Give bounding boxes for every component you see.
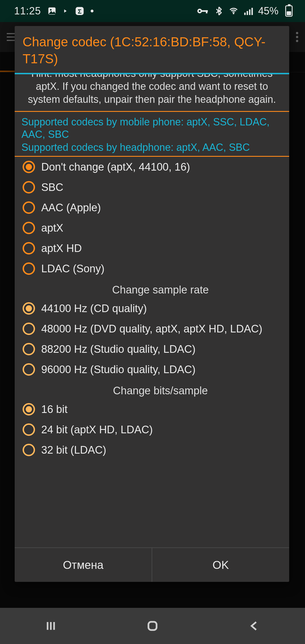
vpn-key-icon — [197, 6, 209, 16]
sample-rate-radio-group: 44100 Hz (CD quality)48000 Hz (DVD quali… — [21, 298, 282, 380]
svg-rect-12 — [251, 8, 253, 15]
radio-icon — [23, 262, 35, 275]
codec-label: LDAC (Sony) — [41, 262, 104, 275]
radio-icon — [23, 302, 35, 315]
codec-label: aptX HD — [41, 242, 82, 254]
radio-icon — [23, 423, 35, 436]
supported-headphone-codecs: Supported codecs by headphone: aptX, AAC… — [21, 141, 282, 156]
svg-rect-10 — [247, 11, 248, 15]
cancel-button[interactable]: Отмена — [15, 548, 152, 582]
ok-button[interactable]: OK — [152, 548, 289, 582]
svg-text:Σ: Σ — [78, 8, 82, 15]
svg-rect-11 — [249, 9, 250, 15]
supported-phone-codecs: Supported codecs by mobile phone: aptX, … — [21, 112, 282, 141]
sample-rate-option[interactable]: 88200 Hz (Studio quality, LDAC) — [21, 339, 282, 359]
sample-rate-label: 88200 Hz (Studio quality, LDAC) — [41, 343, 195, 355]
codec-option[interactable]: AAC (Apple) — [21, 197, 282, 218]
codec-option[interactable]: Don't change (aptX, 44100, 16) — [21, 157, 282, 177]
radio-icon — [23, 222, 35, 234]
radio-icon — [23, 343, 35, 355]
bits-option[interactable]: 32 bit (LDAC) — [21, 440, 282, 460]
svg-point-5 — [199, 10, 201, 12]
bits-label: 32 bit (LDAC) — [41, 444, 106, 456]
radio-icon — [23, 403, 35, 415]
bits-option[interactable]: 24 bit (aptX HD, LDAC) — [21, 419, 282, 440]
radio-icon — [23, 161, 35, 173]
bits-radio-group: 16 bit24 bit (aptX HD, LDAC)32 bit (LDAC… — [21, 399, 282, 460]
clock: 11:25 — [14, 5, 41, 17]
sample-rate-label: 44100 Hz (CD quality) — [41, 302, 147, 315]
svg-rect-7 — [206, 10, 208, 13]
sigma-app-icon: Σ — [75, 6, 84, 16]
radio-icon — [23, 181, 35, 193]
battery-percentage: 45% — [258, 5, 278, 17]
chevron-icon — [63, 6, 69, 16]
dialog-title: Change codec (1C:52:16:BD:BF:58, QCY-T17… — [15, 26, 289, 73]
svg-rect-9 — [244, 13, 246, 15]
radio-icon — [23, 363, 35, 376]
home-button[interactable] — [141, 615, 164, 637]
change-codec-dialog: Change codec (1C:52:16:BD:BF:58, QCY-T17… — [15, 26, 289, 582]
bits-label: 24 bit (aptX HD, LDAC) — [41, 423, 153, 436]
sample-rate-label: 48000 Hz (DVD quality, aptX, aptX HD, LD… — [41, 323, 262, 335]
radio-icon — [23, 323, 35, 335]
sample-rate-heading: Change sample rate — [21, 279, 282, 298]
bits-heading: Change bits/sample — [21, 380, 282, 399]
codec-label: aptX — [41, 222, 63, 234]
bits-label: 16 bit — [41, 403, 67, 415]
wifi-icon — [229, 6, 238, 16]
more-notifications-dot — [91, 10, 93, 12]
hint-text: Hint: most headphones only support SBC, … — [21, 74, 282, 111]
svg-point-8 — [233, 13, 234, 14]
svg-rect-16 — [149, 622, 157, 630]
signal-icon — [243, 6, 253, 16]
battery-icon — [284, 5, 293, 17]
codec-option[interactable]: SBC — [21, 177, 282, 197]
codec-option[interactable]: LDAC (Sony) — [21, 258, 282, 279]
status-right: 45% — [197, 5, 293, 17]
codec-option[interactable]: aptX — [21, 218, 282, 238]
bits-option[interactable]: 16 bit — [21, 399, 282, 419]
bluetooth-icon — [214, 6, 224, 16]
radio-icon — [23, 201, 35, 214]
status-left: 11:25 Σ — [14, 5, 93, 17]
codec-radio-group: Don't change (aptX, 44100, 16)SBCAAC (Ap… — [21, 157, 282, 279]
recents-button[interactable] — [40, 615, 62, 637]
svg-point-1 — [50, 9, 52, 11]
dialog-content[interactable]: Hint: most headphones only support SBC, … — [15, 74, 289, 547]
radio-icon — [23, 444, 35, 456]
codec-option[interactable]: aptX HD — [21, 238, 282, 258]
status-bar: 11:25 Σ 45% — [0, 0, 305, 22]
codec-label: Don't change (aptX, 44100, 16) — [41, 161, 190, 173]
radio-icon — [23, 242, 35, 254]
sample-rate-option[interactable]: 96000 Hz (Studio quality, LDAC) — [21, 359, 282, 380]
dialog-button-bar: Отмена OK — [15, 547, 289, 582]
sample-rate-option[interactable]: 44100 Hz (CD quality) — [21, 298, 282, 319]
navigation-bar — [0, 608, 305, 644]
image-icon — [47, 6, 57, 16]
sample-rate-option[interactable]: 48000 Hz (DVD quality, aptX, aptX HD, LD… — [21, 319, 282, 339]
codec-label: AAC (Apple) — [41, 201, 101, 214]
codec-label: SBC — [41, 181, 63, 193]
back-button[interactable] — [243, 615, 265, 637]
sample-rate-label: 96000 Hz (Studio quality, LDAC) — [41, 363, 195, 376]
